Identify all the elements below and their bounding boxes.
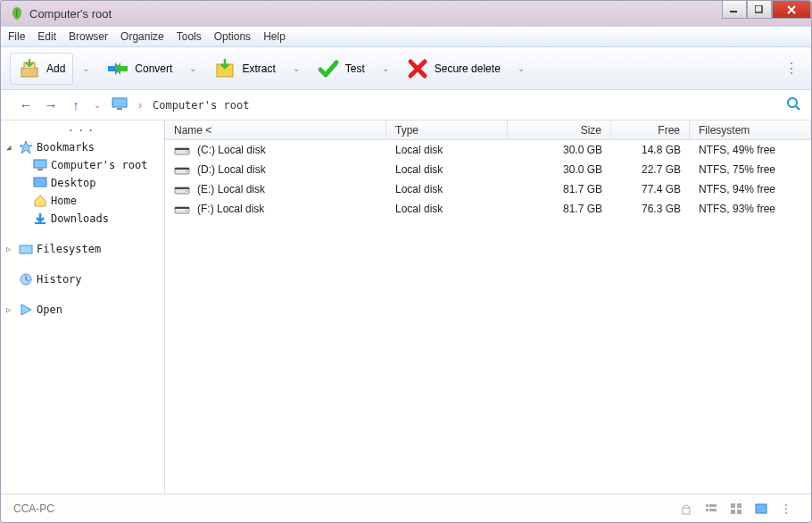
minimize-button[interactable] bbox=[722, 1, 747, 19]
test-button[interactable]: Test bbox=[309, 53, 373, 85]
svg-rect-17 bbox=[175, 168, 189, 170]
sidebar-item-label: Home bbox=[51, 195, 77, 207]
nav-history-dropdown[interactable]: ⌄ bbox=[94, 100, 101, 110]
test-dropdown[interactable]: ⌄ bbox=[378, 63, 393, 73]
cell-free: 14.8 GB bbox=[611, 144, 690, 156]
star-icon bbox=[19, 140, 33, 154]
folder-icon bbox=[19, 242, 33, 256]
header-free[interactable]: Free bbox=[611, 120, 690, 139]
svg-rect-1 bbox=[755, 5, 762, 12]
search-icon[interactable] bbox=[786, 96, 800, 114]
sidebar-item-label: Desktop bbox=[51, 177, 96, 189]
view-grid-icon[interactable] bbox=[727, 500, 745, 518]
cell-size: 30.0 GB bbox=[508, 144, 611, 156]
test-icon bbox=[317, 57, 340, 80]
statusbar-overflow[interactable]: ⋮ bbox=[777, 500, 795, 518]
svg-rect-5 bbox=[117, 108, 122, 110]
nav-back[interactable]: ← bbox=[19, 97, 33, 112]
svg-rect-0 bbox=[730, 11, 737, 12]
svg-point-15 bbox=[186, 151, 187, 153]
breadcrumb-path[interactable]: Computer's root bbox=[153, 99, 249, 112]
menu-options[interactable]: Options bbox=[214, 30, 251, 43]
test-label: Test bbox=[345, 62, 365, 75]
file-list: Name < Type Size Free Filesystem (C:) Lo… bbox=[165, 120, 811, 494]
list-row[interactable]: (D:) Local diskLocal disk30.0 GB22.7 GBN… bbox=[165, 160, 811, 179]
svg-point-24 bbox=[186, 210, 187, 212]
download-icon bbox=[33, 212, 47, 226]
home-icon bbox=[33, 194, 47, 208]
svg-rect-9 bbox=[34, 178, 46, 187]
menu-browser[interactable]: Browser bbox=[69, 30, 108, 43]
toolbar-overflow[interactable]: ⋮ bbox=[779, 60, 802, 77]
extract-label: Extract bbox=[242, 62, 275, 75]
add-label: Add bbox=[46, 62, 65, 75]
convert-label: Convert bbox=[135, 62, 172, 75]
cell-name: (C:) Local disk bbox=[197, 144, 266, 156]
nav-forward[interactable]: → bbox=[44, 97, 58, 112]
nav-up[interactable]: ↑ bbox=[69, 97, 83, 112]
header-filesystem[interactable]: Filesystem bbox=[690, 120, 811, 139]
view-list-icon[interactable] bbox=[702, 500, 720, 518]
sidebar-item-desktop[interactable]: Desktop bbox=[3, 174, 162, 192]
sidebar-bookmarks-label: Bookmarks bbox=[37, 141, 95, 154]
sidebar-handle[interactable]: ··· bbox=[3, 124, 162, 138]
add-dropdown[interactable]: ⌄ bbox=[79, 63, 93, 73]
extract-dropdown[interactable]: ⌄ bbox=[289, 63, 303, 73]
sidebar-item-label: Downloads bbox=[51, 212, 109, 225]
add-button[interactable]: Add bbox=[10, 53, 73, 85]
cell-filesystem: NTFS, 49% free bbox=[690, 144, 811, 156]
navigation-bar: ← → ↑ ⌄ › Computer's root bbox=[1, 90, 811, 120]
header-type[interactable]: Type bbox=[386, 120, 508, 139]
lock-icon[interactable] bbox=[677, 500, 695, 518]
list-row[interactable]: (E:) Local diskLocal disk81.7 GB77.4 GBN… bbox=[165, 179, 811, 199]
toolbar: Add ⌄ Convert ⌄ Extract ⌄ Test ⌄ bbox=[1, 47, 811, 90]
convert-button[interactable]: Convert bbox=[98, 53, 180, 85]
cell-size: 81.7 GB bbox=[508, 183, 611, 195]
close-button[interactable] bbox=[772, 1, 811, 19]
sidebar-open[interactable]: ▷ Open bbox=[3, 301, 162, 319]
maximize-button[interactable] bbox=[747, 1, 772, 19]
cell-free: 76.3 GB bbox=[611, 203, 690, 215]
disk-icon bbox=[174, 164, 190, 175]
svg-rect-23 bbox=[175, 207, 189, 209]
cell-filesystem: NTFS, 94% free bbox=[690, 183, 811, 195]
view-thumbnail-icon[interactable] bbox=[752, 500, 770, 518]
sidebar-item-home[interactable]: Home bbox=[3, 192, 162, 210]
sidebar-item-computers-root[interactable]: Computer's root bbox=[3, 156, 162, 174]
disk-icon bbox=[174, 203, 190, 214]
play-icon bbox=[19, 303, 33, 317]
caret-icon: ▷ bbox=[6, 305, 15, 314]
menu-tools[interactable]: Tools bbox=[177, 30, 202, 43]
svg-point-6 bbox=[788, 98, 797, 107]
header-size[interactable]: Size bbox=[508, 120, 611, 139]
svg-rect-28 bbox=[706, 509, 708, 511]
cell-free: 22.7 GB bbox=[611, 163, 690, 176]
svg-rect-32 bbox=[731, 510, 735, 514]
add-icon bbox=[18, 57, 41, 80]
sidebar-filesystem[interactable]: ▷ Filesystem bbox=[3, 240, 162, 258]
secure-delete-dropdown[interactable]: ⌄ bbox=[514, 63, 528, 73]
desktop-icon bbox=[33, 176, 47, 190]
svg-rect-30 bbox=[731, 503, 735, 508]
svg-rect-10 bbox=[35, 222, 46, 224]
secure-delete-label: Secure delete bbox=[435, 62, 501, 75]
sidebar-item-downloads[interactable]: Downloads bbox=[3, 210, 162, 228]
convert-dropdown[interactable]: ⌄ bbox=[186, 63, 200, 73]
list-row[interactable]: (F:) Local diskLocal disk81.7 GB76.3 GBN… bbox=[165, 199, 811, 219]
sidebar-item-label: Computer's root bbox=[51, 159, 147, 171]
svg-point-18 bbox=[186, 170, 187, 172]
sidebar-filesystem-label: Filesystem bbox=[37, 243, 101, 255]
menu-organize[interactable]: Organize bbox=[120, 30, 164, 43]
sidebar-bookmarks[interactable]: ◢ Bookmarks bbox=[3, 138, 162, 156]
statusbar: CCA-PC ⋮ bbox=[1, 494, 811, 522]
header-name[interactable]: Name < bbox=[165, 120, 386, 139]
sidebar-history[interactable]: History bbox=[3, 270, 162, 288]
cell-type: Local disk bbox=[386, 163, 508, 176]
list-row[interactable]: (C:) Local diskLocal disk30.0 GB14.8 GBN… bbox=[165, 140, 811, 160]
menu-file[interactable]: File bbox=[8, 30, 25, 43]
menu-edit[interactable]: Edit bbox=[37, 30, 56, 43]
secure-delete-button[interactable]: Secure delete bbox=[398, 53, 509, 85]
menu-help[interactable]: Help bbox=[263, 30, 286, 43]
extract-button[interactable]: Extract bbox=[205, 53, 283, 85]
svg-point-21 bbox=[186, 190, 187, 192]
